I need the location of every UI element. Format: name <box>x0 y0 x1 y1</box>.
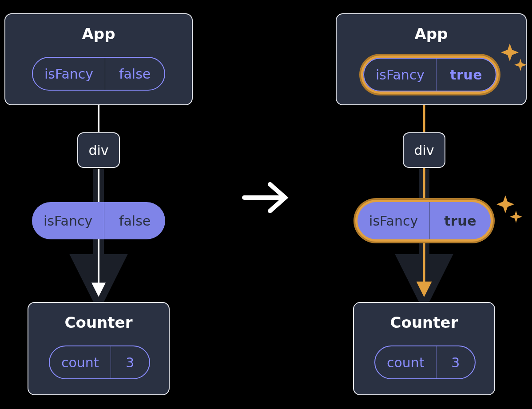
counter-state-value-left: 3 <box>111 346 149 378</box>
counter-state-key-right: count <box>375 346 436 378</box>
counter-state-key-left: count <box>50 346 111 378</box>
div-box-left: div <box>77 132 120 168</box>
prop-value-right: true <box>430 202 491 239</box>
pill-sep <box>104 202 104 239</box>
app-state-pill-left: isFancy false <box>32 57 165 91</box>
div-label-right: div <box>414 143 434 158</box>
counter-state-pill-right: count 3 <box>374 345 476 379</box>
counter-title-left: Counter <box>28 314 169 331</box>
app-title-right: App <box>337 25 526 43</box>
prop-key-right: isFancy <box>357 202 429 239</box>
pill-sep <box>436 346 437 378</box>
prop-pill-right: isFancy true <box>357 202 491 239</box>
div-label-left: div <box>88 143 108 158</box>
app-state-value-left: false <box>105 58 164 90</box>
counter-title-right: Counter <box>354 314 494 331</box>
sparkle-icon <box>496 195 523 226</box>
app-state-pill-right: isFancy true <box>363 58 496 91</box>
counter-box-left: Counter count 3 <box>28 302 170 395</box>
pill-sep <box>436 59 437 91</box>
app-box-right: App isFancy true <box>336 13 527 105</box>
pill-sep <box>105 58 105 90</box>
counter-state-pill-left: count 3 <box>49 345 150 379</box>
prop-pill-left: isFancy false <box>32 202 165 239</box>
app-state-key-left: isFancy <box>33 58 105 90</box>
app-state-key-right: isFancy <box>364 59 436 91</box>
prop-key-left: isFancy <box>32 202 104 239</box>
diagram-stage: App isFancy false div isFancy false Coun… <box>0 0 532 409</box>
div-box-right: div <box>403 132 445 168</box>
app-title-left: App <box>5 25 192 43</box>
app-box-left: App isFancy false <box>4 13 193 105</box>
counter-box-right: Counter count 3 <box>353 302 495 395</box>
counter-state-value-right: 3 <box>437 346 475 378</box>
center-arrow <box>244 184 285 211</box>
app-state-value-right: true <box>437 59 496 91</box>
pill-sep <box>111 346 111 378</box>
pill-sep <box>429 202 430 239</box>
prop-value-left: false <box>104 202 165 239</box>
